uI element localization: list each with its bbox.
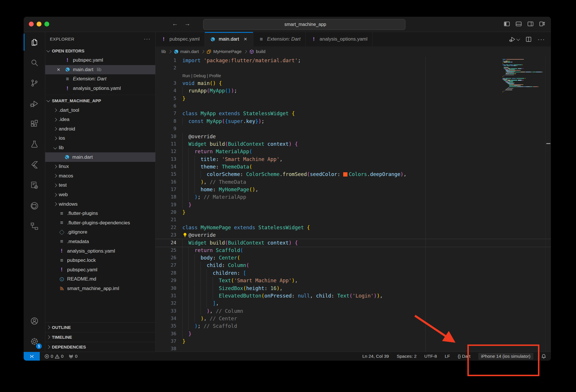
- tab-pubspec.yaml[interactable]: !pubspec.yaml: [156, 32, 205, 46]
- code-line-16[interactable]: 16 ), // ThemeData: [156, 178, 551, 186]
- code-line-13[interactable]: 13 title: 'Smart Machine App',: [156, 156, 551, 163]
- project-root-header[interactable]: SMART_MACHINE_APP: [45, 95, 155, 105]
- activity-item-flutter[interactable]: [24, 155, 45, 175]
- tree-file-pubspec.yaml[interactable]: !pubspec.yaml: [45, 265, 155, 274]
- sidebar-more-actions[interactable]: ···: [144, 36, 151, 42]
- code-line-24[interactable]: 24 Widget build(BuildContext context) {: [156, 239, 551, 247]
- breadcrumb-item-lib[interactable]: lib: [161, 49, 166, 54]
- close-window-button[interactable]: [29, 22, 34, 26]
- tree-file-.metadata[interactable]: ≡.metadata: [45, 237, 155, 247]
- code-line-29[interactable]: 29 Text('Smart Machine App'),: [156, 277, 551, 284]
- code-line-26[interactable]: 26 body: Center(: [156, 254, 551, 262]
- activity-item-settings-gear[interactable]: 1: [24, 331, 45, 352]
- layout-sidebar-left-icon[interactable]: [503, 20, 510, 27]
- tree-file-README.md[interactable]: README.md: [45, 274, 155, 284]
- layout-customize-icon[interactable]: [539, 20, 546, 27]
- code-line-5[interactable]: 5}: [156, 95, 551, 102]
- tab-analysis_options.yaml[interactable]: !analysis_options.yaml: [306, 32, 373, 46]
- code-line-10[interactable]: 10 @override: [156, 133, 551, 140]
- code-line-4[interactable]: 4 runApp(MyApp());: [156, 87, 551, 94]
- code-line-1[interactable]: 1import 'package:flutter/material.dart';: [156, 57, 551, 64]
- open-editor-pubspec.yaml[interactable]: !pubspec.yaml: [45, 56, 155, 65]
- sidebar-section-timeline[interactable]: TIMELINE: [45, 332, 155, 342]
- code-line-32[interactable]: 32 ],: [156, 300, 551, 307]
- activity-item-testing[interactable]: [24, 134, 45, 155]
- tab-Extension: Dart[interactable]: ≡Extension: Dart: [253, 32, 306, 46]
- activity-item-account[interactable]: [24, 311, 45, 331]
- tree-folder-macos[interactable]: macos: [45, 171, 155, 181]
- code-line-23[interactable]: 23@override: [156, 231, 551, 239]
- activity-item-github[interactable]: [24, 196, 45, 216]
- code-line-30[interactable]: 30 SizedBox(height: 16),: [156, 285, 551, 292]
- code-line-28[interactable]: 28 children: [: [156, 269, 551, 277]
- tree-file-.gitignore[interactable]: .gitignore: [45, 228, 155, 237]
- tree-folder-lib[interactable]: lib: [45, 143, 155, 153]
- tree-folder-windows[interactable]: windows: [45, 199, 155, 209]
- bell-icon[interactable]: [541, 354, 546, 359]
- code-line-38[interactable]: 38: [156, 345, 551, 352]
- status-indentation[interactable]: Spaces: 2: [397, 354, 417, 359]
- sidebar-section-outline[interactable]: OUTLINE: [45, 322, 155, 332]
- code-line-22[interactable]: 22class MyHomePage extends StatelessWidg…: [156, 224, 551, 231]
- zoom-window-button[interactable]: [44, 22, 49, 26]
- broadcast-indicator[interactable]: 0: [69, 354, 78, 359]
- breadcrumb[interactable]: libmain.dartMyHomePagebuild: [156, 46, 551, 57]
- tree-folder-linux[interactable]: linux: [45, 162, 155, 171]
- sidebar-section-dependencies[interactable]: DEPENDENCIES: [45, 342, 155, 352]
- code-line-34[interactable]: 34 ), // Center: [156, 315, 551, 322]
- code-line-14[interactable]: 14 theme: ThemeData(: [156, 163, 551, 171]
- overview-ruler[interactable]: [545, 57, 551, 352]
- status-device[interactable]: iPhone 14 (ios simulator): [478, 353, 533, 360]
- tree-folder-test[interactable]: test: [45, 181, 155, 190]
- tree-folder-web[interactable]: web: [45, 190, 155, 200]
- activity-item-extensions[interactable]: [24, 114, 45, 134]
- code-line-3[interactable]: 3void main() {: [156, 79, 551, 87]
- run-debug-button[interactable]: [509, 36, 520, 43]
- command-center-search[interactable]: smart_machine_app: [203, 19, 405, 30]
- tab-main.dart[interactable]: main.dart✕: [205, 32, 253, 46]
- tree-file-.flutter-plugins[interactable]: ≡.flutter-plugins: [45, 209, 155, 218]
- tree-file-smart_machine_app.iml[interactable]: smart_machine_app.iml: [45, 284, 155, 293]
- code-line-21[interactable]: 21: [156, 216, 551, 224]
- breadcrumb-item-main.dart[interactable]: main.dart: [174, 49, 199, 54]
- activity-item-hierarchy[interactable]: [24, 216, 45, 236]
- activity-item-code-runner[interactable]: [24, 175, 45, 196]
- tree-file-pubspec.lock[interactable]: ≡pubspec.lock: [45, 256, 155, 265]
- open-editor-analysis_options.yaml[interactable]: !analysis_options.yaml: [45, 84, 155, 93]
- layout-sidebar-right-icon[interactable]: [527, 20, 534, 27]
- code-line-15[interactable]: 15 colorScheme: ColorScheme.fromSeed(see…: [156, 171, 551, 178]
- code-line-18[interactable]: 18 ); // MaterialApp: [156, 193, 551, 201]
- code-line-7[interactable]: 7class MyApp extends StatelessWidget {: [156, 110, 551, 117]
- code-line-31[interactable]: 31 ElevatedButton(onPressed: null, child…: [156, 292, 551, 300]
- history-back-button[interactable]: ←: [172, 20, 178, 27]
- code-editor[interactable]: 1import 'package:flutter/material.dart';…: [156, 57, 551, 352]
- code-line-20[interactable]: 20}: [156, 209, 551, 216]
- code-line-2[interactable]: 2: [156, 64, 551, 72]
- tree-file-.flutter-plugins-dependencies[interactable]: ≡.flutter-plugins-dependencies: [45, 218, 155, 228]
- layout-panel-icon[interactable]: [515, 20, 522, 27]
- code-line-27[interactable]: 27 child: Column(: [156, 262, 551, 269]
- minimap[interactable]: [503, 57, 546, 352]
- code-line-33[interactable]: 33 ), // Column: [156, 307, 551, 315]
- open-editor-main.dart[interactable]: ✕main.dartlib: [45, 65, 155, 75]
- more-actions-icon[interactable]: ···: [538, 36, 545, 43]
- tree-file-main.dart[interactable]: main.dart: [45, 152, 155, 162]
- remote-indicator[interactable]: [24, 352, 40, 361]
- tree-folder-.idea[interactable]: .idea: [45, 115, 155, 124]
- code-line-35[interactable]: 35 ); // Scaffold: [156, 322, 551, 330]
- status-line-col[interactable]: Ln 24, Col 39: [362, 354, 389, 359]
- tree-folder-ios[interactable]: ios: [45, 134, 155, 143]
- code-line-19[interactable]: 19 }: [156, 201, 551, 209]
- color-swatch[interactable]: [343, 172, 348, 177]
- close-tab-icon[interactable]: ✕: [243, 37, 248, 42]
- activity-item-explorer[interactable]: [24, 32, 45, 52]
- status-encoding[interactable]: UTF-8: [424, 354, 437, 359]
- code-line-6[interactable]: 6: [156, 102, 551, 110]
- codelens-run-debug-profile[interactable]: Run | Debug | Profile: [182, 72, 221, 79]
- tree-folder-android[interactable]: android: [45, 124, 155, 134]
- breadcrumb-item-MyHomePage[interactable]: MyHomePage: [207, 49, 241, 54]
- code-line-9[interactable]: 9: [156, 125, 551, 132]
- close-editor-icon[interactable]: ✕: [55, 67, 62, 72]
- history-forward-button[interactable]: →: [184, 20, 190, 27]
- open-editors-header[interactable]: OPEN EDITORS: [45, 46, 155, 56]
